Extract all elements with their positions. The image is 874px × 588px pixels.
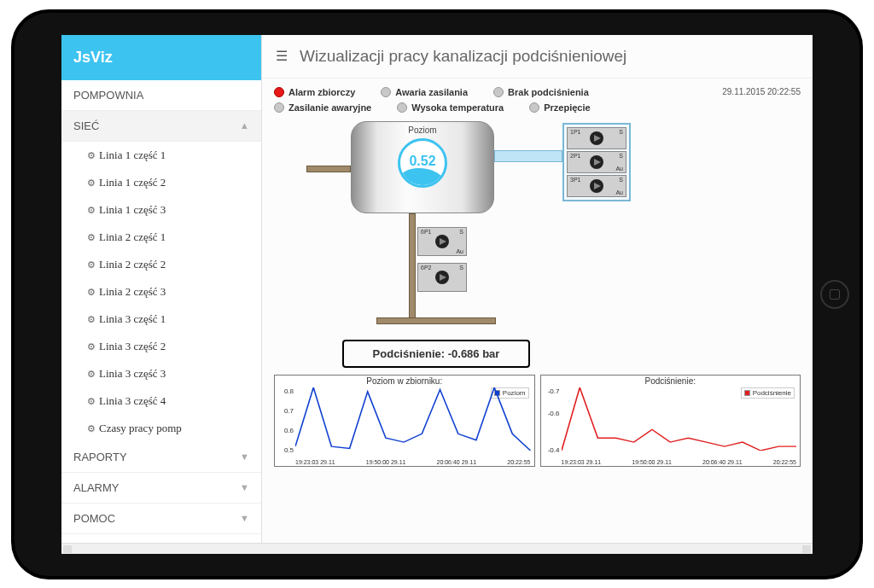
nav-section-raporty[interactable]: RAPORTY▼ — [61, 442, 261, 473]
app: JsViz POMPOWNIASIEĆ▲⚙Linia 1 część 1⚙Lin… — [61, 35, 813, 543]
alarm-label: Alarm zbiorczy — [288, 87, 355, 97]
alarm-label: Wysoka temperatura — [411, 102, 504, 113]
pump-rack-right: 1P1S2P1SAu3P1SAu — [562, 123, 631, 201]
status-dot — [381, 87, 391, 97]
alarm-label: Zasilanie awaryjne — [288, 102, 371, 113]
alarm-label: Awaria zasilania — [395, 87, 468, 97]
alarm-row-2: Zasilanie awaryjneWysoka temperaturaPrze… — [274, 102, 801, 113]
alarm-row-1: Alarm zbiorczyAwaria zasilaniaBrak podci… — [274, 87, 801, 97]
nav: POMPOWNIASIEĆ▲⚙Linia 1 część 1⚙Linia 1 c… — [61, 80, 261, 534]
cog-icon: ⚙ — [87, 178, 96, 188]
chart-vacuum-xaxis: 19:23:03 29.1119:50:00 29.1120:06:40 29.… — [562, 459, 797, 465]
timestamp: 29.11.2015 20:22:55 — [722, 87, 801, 96]
alarm-indicator: Awaria zasilania — [381, 87, 468, 97]
nav-item[interactable]: ⚙Linia 3 część 1 — [61, 306, 261, 333]
status-dot — [529, 102, 539, 113]
chart-level-yaxis: 0.80.70.60.5 — [277, 387, 294, 454]
status-dot — [274, 87, 284, 97]
diagram: Poziom 0.52 1P1S2P1SAu3P1SAu 6P1SAu6P2S — [274, 121, 801, 335]
status-dot — [274, 102, 284, 113]
chart-level-title: Poziom w zbiorniku: — [275, 376, 534, 387]
nav-item[interactable]: ⚙Linia 1 część 1 — [61, 142, 261, 169]
chart-vacuum-plot — [562, 387, 797, 451]
gauge-value: 0.52 — [409, 154, 435, 169]
nav-item[interactable]: ⚙Linia 3 część 4 — [61, 387, 261, 415]
status-dot — [397, 102, 407, 113]
nav-item[interactable]: ⚙Czasy pracy pomp — [61, 415, 261, 442]
alarm-indicator: Zasilanie awaryjne — [274, 102, 371, 113]
nav-item[interactable]: ⚙Linia 3 część 3 — [61, 360, 261, 387]
cog-icon: ⚙ — [87, 369, 96, 379]
tank-label: Poziom — [408, 125, 436, 135]
content: Alarm zbiorczyAwaria zasilaniaBrak podci… — [262, 79, 813, 543]
nav-section-pomoc[interactable]: POMOC▼ — [61, 504, 261, 534]
nav-item[interactable]: ⚙Linia 1 część 3 — [61, 196, 261, 224]
cog-icon: ⚙ — [87, 287, 96, 297]
alarm-indicator: Wysoka temperatura — [397, 102, 504, 113]
cog-icon: ⚙ — [87, 341, 96, 352]
topbar: ☰ Wizualizacji pracy kanalizacji podciśn… — [262, 35, 813, 79]
pipe-down — [409, 213, 416, 324]
page-title: Wizualizacji pracy kanalizacji podciśnie… — [300, 47, 626, 66]
cog-icon: ⚙ — [87, 396, 96, 406]
sidebar: JsViz POMPOWNIASIEĆ▲⚙Linia 1 część 1⚙Lin… — [61, 35, 262, 543]
pump[interactable]: 6P2S — [417, 263, 467, 292]
nav-item[interactable]: ⚙Linia 2 część 2 — [61, 251, 261, 278]
cog-icon: ⚙ — [87, 205, 96, 215]
cog-icon: ⚙ — [87, 232, 96, 242]
nav-item[interactable]: ⚙Linia 3 część 2 — [61, 333, 261, 360]
nav-item[interactable]: ⚙Linia 1 część 2 — [61, 169, 261, 196]
gauge-fill — [400, 168, 445, 185]
cog-icon: ⚙ — [87, 423, 96, 434]
alarm-label: Brak podciśnienia — [508, 87, 589, 97]
alarm-indicator: Brak podciśnienia — [493, 87, 589, 97]
cog-icon: ⚙ — [87, 150, 96, 160]
level-gauge: 0.52 — [398, 138, 447, 188]
horizontal-scrollbar[interactable] — [61, 543, 813, 554]
pump[interactable]: 2P1SAu — [567, 151, 626, 173]
charts: Poziom w zbiorniku: Poziom 0.80.70.60.5 … — [274, 375, 801, 467]
main: ☰ Wizualizacji pracy kanalizacji podciśn… — [262, 35, 813, 543]
tablet-frame: JsViz POMPOWNIASIEĆ▲⚙Linia 1 część 1⚙Lin… — [15, 13, 859, 576]
nav-item[interactable]: ⚙Linia 2 część 3 — [61, 278, 261, 306]
pump[interactable]: 1P1S — [567, 127, 626, 149]
alarm-indicator: Alarm zbiorczy — [274, 87, 355, 97]
chart-vacuum-yaxis: -0.7-0.6-0.4 — [543, 387, 560, 454]
pressure-readout: Podciśnienie: -0.686 bar — [342, 340, 530, 368]
pipe-inlet — [306, 166, 351, 172]
status-dot — [493, 87, 504, 97]
chart-vacuum: Podciśnienie: Podciśnienie -0.7-0.6-0.4 … — [540, 375, 801, 467]
nav-section-alarmy[interactable]: ALARMY▼ — [61, 473, 261, 504]
tank: Poziom 0.52 — [351, 121, 494, 213]
pump[interactable]: 3P1SAu — [567, 175, 626, 197]
pump[interactable]: 6P1SAu — [417, 227, 467, 256]
alarm-label: Przepięcie — [544, 102, 590, 113]
nav-section-pompownia[interactable]: POMPOWNIA — [61, 80, 261, 111]
chart-level-xaxis: 19:23:03 29.1119:50:00 29.1120:06:40 29.… — [295, 459, 531, 465]
chart-level-plot — [295, 387, 531, 451]
cog-icon: ⚙ — [87, 259, 96, 270]
chart-vacuum-title: Podciśnienie: — [541, 376, 801, 387]
nav-item[interactable]: ⚙Linia 2 część 1 — [61, 224, 261, 251]
cog-icon: ⚙ — [87, 314, 96, 324]
screen: JsViz POMPOWNIASIEĆ▲⚙Linia 1 część 1⚙Lin… — [61, 35, 813, 554]
nav-section-sieć[interactable]: SIEĆ▲ — [61, 111, 261, 142]
brand: JsViz — [61, 35, 261, 80]
pipe-to-rack — [494, 150, 562, 162]
chart-level: Poziom w zbiorniku: Poziom 0.80.70.60.5 … — [274, 375, 535, 467]
pump-stack-bottom: 6P1SAu6P2S — [417, 227, 467, 292]
tablet-home-button[interactable] — [820, 280, 849, 309]
alarm-indicator: Przepięcie — [529, 102, 590, 113]
menu-icon[interactable]: ☰ — [276, 48, 288, 64]
pipe-bottom — [376, 317, 496, 324]
